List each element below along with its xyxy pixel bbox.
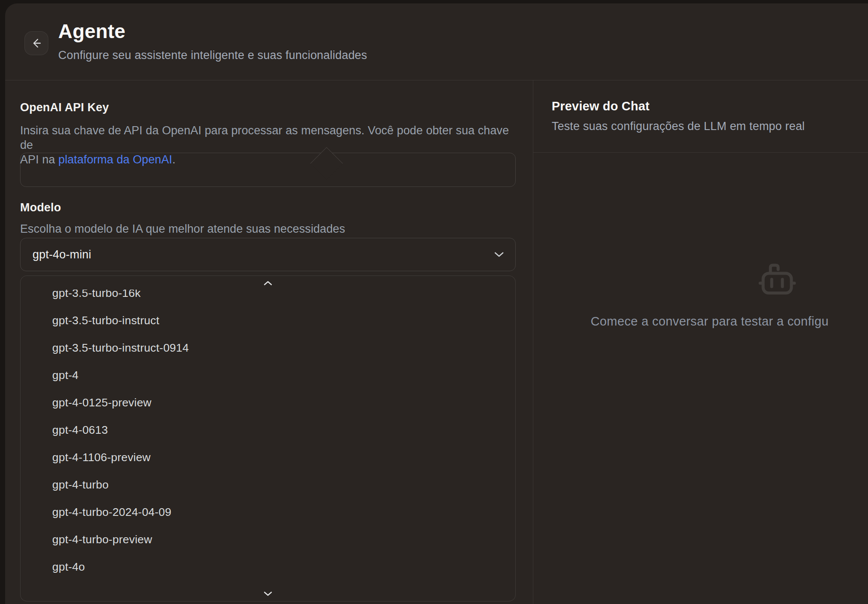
model-option[interactable]: gpt-3.5-turbo-instruct-0914	[21, 334, 515, 361]
panel-vertical-divider	[533, 80, 533, 604]
header-divider	[5, 80, 868, 80]
model-option[interactable]: gpt-4-0125-preview	[21, 389, 515, 416]
model-option[interactable]: gpt-4	[21, 361, 515, 389]
page-subtitle: Configure seu assistente inteligente e s…	[58, 49, 367, 62]
model-description: Escolha o modelo de IA que melhor atende…	[20, 222, 516, 236]
dropdown-scroll-up-button[interactable]	[21, 280, 515, 286]
api-key-input[interactable]	[20, 153, 516, 187]
main-panel: Agente Configure seu assistente intelige…	[5, 3, 868, 604]
dropdown-options-list: gpt-3.5-turbo-16kgpt-3.5-turbo-instructg…	[21, 290, 515, 580]
model-option[interactable]: gpt-4o	[21, 553, 515, 580]
preview-subtitle: Teste suas configurações de LLM em tempo…	[552, 120, 805, 133]
api-key-label: OpenAI API Key	[20, 101, 109, 114]
api-key-description-line1: Insira sua chave de API da OpenAI para p…	[20, 124, 509, 151]
dropdown-options-viewport: gpt-3.5-turbo-16kgpt-3.5-turbo-instructg…	[21, 290, 515, 586]
model-label: Modelo	[20, 201, 61, 214]
chevron-down-icon	[493, 251, 505, 258]
model-dropdown: gpt-3.5-turbo-16kgpt-3.5-turbo-instructg…	[20, 275, 516, 601]
back-button[interactable]	[24, 31, 48, 55]
model-option[interactable]: gpt-4-turbo-preview	[21, 526, 515, 553]
chat-empty-state-text: Comece a conversar para testar a configu	[591, 314, 829, 329]
model-select[interactable]: gpt-4o-mini	[20, 238, 516, 271]
model-option[interactable]: gpt-4-turbo-2024-04-09	[21, 498, 515, 526]
arrow-left-icon	[30, 37, 42, 49]
preview-header-divider	[533, 152, 868, 153]
chevron-up-icon	[263, 280, 273, 286]
model-option[interactable]: gpt-3.5-turbo-16k	[21, 290, 515, 307]
preview-title: Preview do Chat	[552, 99, 650, 113]
model-select-value: gpt-4o-mini	[33, 248, 91, 261]
agent-config-screen: Agente Configure seu assistente intelige…	[0, 0, 868, 604]
model-option[interactable]: gpt-3.5-turbo-instruct	[21, 307, 515, 334]
page-title: Agente	[58, 20, 125, 43]
model-option[interactable]: gpt-4-0613	[21, 416, 515, 444]
dropdown-scroll-down-button[interactable]	[21, 591, 515, 597]
chevron-down-icon	[263, 591, 273, 597]
model-option[interactable]: gpt-4-turbo	[21, 471, 515, 498]
model-option[interactable]: gpt-4-1106-preview	[21, 444, 515, 471]
robot-icon	[758, 262, 797, 299]
